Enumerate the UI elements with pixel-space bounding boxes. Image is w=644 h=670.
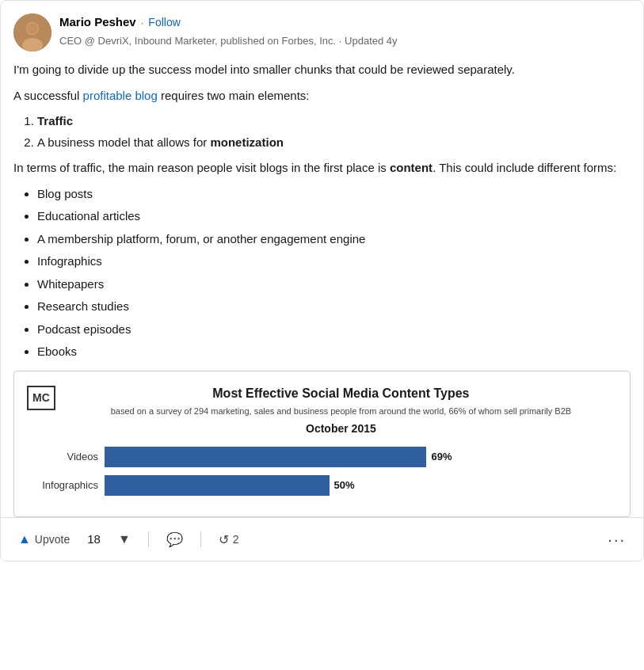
list-item-monetization: A business model that allows for monetiz… <box>37 134 631 152</box>
bar-infographics <box>105 475 330 496</box>
chart-container: MC Most Effective Social Media Content T… <box>13 371 631 518</box>
bullet-list: Blog posts Educational articles A member… <box>13 185 631 361</box>
dot-separator: · <box>141 15 144 31</box>
svg-point-3 <box>27 23 38 34</box>
footer-divider-2 <box>200 531 201 547</box>
post-footer: ▲ Upvote 18 ▼ 💬 ↺ 2 ··· <box>1 517 643 561</box>
chart-title-block: Most Effective Social Media Content Type… <box>65 384 617 438</box>
comment-button[interactable]: 💬 <box>162 528 188 551</box>
header-info: Mario Peshev · Follow CEO @ DevriX, Inbo… <box>59 13 631 48</box>
footer-divider <box>148 531 149 547</box>
comment-icon: 💬 <box>166 531 183 548</box>
list-item-research: Research studies <box>37 298 631 316</box>
post-card: Mario Peshev · Follow CEO @ DevriX, Inbo… <box>0 0 644 562</box>
list-item-traffic: Traffic <box>37 112 631 131</box>
chart-title: Most Effective Social Media Content Type… <box>65 384 617 403</box>
follow-button[interactable]: Follow <box>148 14 180 31</box>
bar-wrap-videos: 69% <box>105 447 617 467</box>
downvote-button[interactable]: ▼ <box>113 529 135 550</box>
avatar-image <box>13 13 51 51</box>
bar-row-videos: Videos 69% <box>27 447 617 467</box>
post-header: Mario Peshev · Follow CEO @ DevriX, Inbo… <box>13 13 631 51</box>
upvote-arrow-icon: ▲ <box>18 532 31 546</box>
bar-row-infographics: Infographics 50% <box>27 475 617 496</box>
list-item-whitepapers: Whitepapers <box>37 276 631 294</box>
list-item-podcast: Podcast episodes <box>37 321 631 339</box>
bar-wrap-infographics: 50% <box>105 475 617 496</box>
chart-date: October 2015 <box>65 421 617 437</box>
traffic-label: Traffic <box>37 114 73 128</box>
paragraph-3: In terms of traffic, the main reason peo… <box>13 159 631 177</box>
bar-label-videos: Videos <box>27 449 98 465</box>
chart-subtitle: based on a survey of 294 marketing, sale… <box>65 405 617 418</box>
ordered-list: Traffic A business model that allows for… <box>13 112 631 151</box>
share-count: 2 <box>233 533 239 546</box>
subtitle-text: CEO @ DevriX, Inbound Marketer, publishe… <box>59 35 336 47</box>
list-item-ebooks: Ebooks <box>37 343 631 361</box>
upvote-label: Upvote <box>35 533 70 546</box>
list-item-membership: A membership platform, forum, or another… <box>37 230 631 249</box>
more-options-button[interactable]: ··· <box>603 524 631 554</box>
separator-dot: · <box>339 35 345 47</box>
bar-chart: Videos 69% Infographics 50% <box>27 447 617 496</box>
mc-logo: MC <box>27 386 55 410</box>
share-icon: ↺ <box>219 532 229 547</box>
bar-videos <box>105 447 426 467</box>
author-subtitle: CEO @ DevriX, Inbound Marketer, publishe… <box>59 33 631 49</box>
list-item-educational: Educational articles <box>37 207 631 226</box>
post-content: Mario Peshev · Follow CEO @ DevriX, Inbo… <box>1 1 643 517</box>
upvote-button[interactable]: ▲ Upvote <box>13 529 74 550</box>
downvote-arrow-icon: ▼ <box>118 532 131 546</box>
avatar <box>13 13 51 51</box>
paragraph-1: I'm going to divide up the success model… <box>13 61 631 79</box>
name-row: Mario Peshev · Follow <box>59 13 631 32</box>
list-item-infographics: Infographics <box>37 253 631 271</box>
paragraph-2-text: A successful profitable blog requires tw… <box>13 89 310 102</box>
bar-label-infographics: Infographics <box>27 478 98 493</box>
updated-label: Updated <box>345 35 383 47</box>
chart-header: MC Most Effective Social Media Content T… <box>27 384 617 438</box>
paragraph-2: A successful profitable blog requires tw… <box>13 87 631 105</box>
time-ago: 4y <box>387 35 398 47</box>
monetization-label: monetization <box>210 135 284 149</box>
highlight-profitable: profitable blog <box>83 89 158 102</box>
bar-value-videos: 69% <box>431 449 452 465</box>
author-name: Mario Peshev <box>59 13 136 32</box>
upvote-count: 18 <box>87 531 101 549</box>
bar-value-infographics: 50% <box>334 478 355 493</box>
list-item-blog-posts: Blog posts <box>37 185 631 204</box>
share-button[interactable]: ↺ 2 <box>214 529 244 550</box>
content-bold: content <box>390 161 433 174</box>
